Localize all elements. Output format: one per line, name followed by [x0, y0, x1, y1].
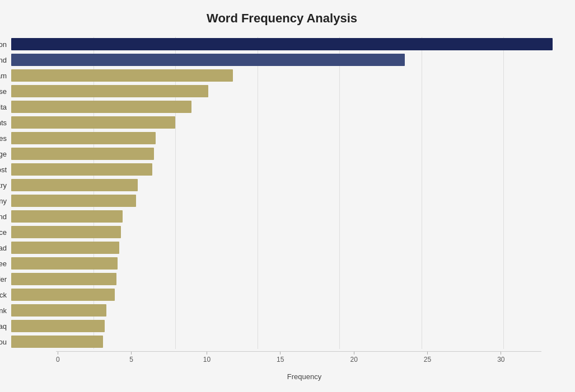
- bar-label: company: [0, 197, 7, 205]
- bar-fill: [11, 148, 154, 160]
- x-tick: 25: [424, 352, 431, 363]
- bar-fill: [11, 336, 103, 348]
- bar-label: nasdaq: [0, 322, 7, 330]
- bar-fill: [11, 304, 106, 317]
- bar-wrapper: [11, 163, 553, 176]
- bar-fill: [11, 101, 191, 113]
- bar-wrapper: [11, 38, 553, 50]
- bar-label: capita: [0, 103, 7, 111]
- bar-fill: [11, 163, 152, 176]
- bar-fill: [11, 226, 121, 238]
- x-tick: 15: [277, 352, 284, 363]
- chart-container: Word Frequency Analysis educationspendpr…: [0, 0, 575, 392]
- bar-label: education: [0, 40, 7, 49]
- bar-label: countries: [0, 134, 7, 143]
- bar-fill: [11, 116, 175, 129]
- bar-row: degree: [11, 256, 553, 271]
- bar-wrapper: [11, 85, 553, 97]
- bar-row: countries: [11, 131, 553, 145]
- bar-wrapper: [11, 336, 553, 348]
- x-tick-line: [354, 352, 354, 355]
- bar-row: science: [11, 225, 553, 239]
- bar-row: capita: [11, 100, 553, 114]
- bar-label: fund: [0, 212, 7, 221]
- x-tick-label: 25: [424, 356, 431, 363]
- bar-fill: [11, 132, 156, 144]
- bar-label: students: [0, 119, 7, 127]
- bar-row: fund: [11, 209, 553, 224]
- bar-row: spend: [11, 53, 553, 67]
- bar-label: degree: [0, 259, 7, 268]
- bar-label: cost: [0, 166, 7, 174]
- bar-row: country: [11, 178, 553, 192]
- bar-row: stock: [11, 287, 553, 302]
- bar-wrapper: [11, 116, 553, 129]
- x-tick-label: 10: [203, 356, 211, 363]
- bar-wrapper: [11, 69, 553, 82]
- bar-wrapper: [11, 54, 553, 66]
- x-tick-label: 20: [350, 356, 357, 363]
- bar-wrapper: [11, 101, 553, 113]
- x-axis: 051015202530: [56, 351, 541, 368]
- bar-row: program: [11, 68, 553, 83]
- bar-wrapper: [11, 257, 553, 270]
- bar-label: program: [0, 72, 7, 80]
- bar-fill: [11, 242, 119, 254]
- bar-fill: [11, 69, 233, 82]
- x-tick-label: 15: [277, 356, 284, 363]
- bar-fill: [11, 273, 116, 285]
- bar-wrapper: [11, 132, 553, 144]
- bar-wrapper: [11, 179, 553, 191]
- bar-row: nasdaq: [11, 319, 553, 333]
- x-ticks: 051015202530: [56, 352, 541, 363]
- bar-wrapper: [11, 273, 553, 285]
- x-tick-label: 30: [497, 356, 504, 363]
- bar-label: increase: [0, 87, 7, 96]
- bar-row: average: [11, 147, 553, 161]
- bar-fill: [11, 179, 138, 191]
- bar-label: twou: [0, 338, 7, 346]
- bar-wrapper: [11, 304, 553, 317]
- bar-label: offer: [0, 275, 7, 284]
- x-tick: 10: [203, 352, 211, 363]
- bar-row: education: [11, 37, 553, 51]
- bar-fill: [11, 85, 208, 97]
- x-axis-label: Frequency: [56, 372, 553, 381]
- x-tick: 20: [350, 352, 357, 363]
- bar-row: cost: [11, 162, 553, 177]
- x-tick-line: [207, 352, 207, 355]
- bar-wrapper: [11, 242, 553, 254]
- x-tick-line: [131, 352, 132, 355]
- bar-label: country: [0, 181, 7, 190]
- bar-label: stock: [0, 291, 7, 299]
- bar-label: rank: [0, 306, 7, 315]
- x-tick-label: 0: [56, 356, 60, 363]
- x-tick: 5: [129, 352, 133, 363]
- x-tick-line: [501, 352, 501, 355]
- bar-row: students: [11, 115, 553, 130]
- x-tick-line: [427, 352, 428, 355]
- x-tick-line: [280, 352, 281, 355]
- bar-label: read: [0, 244, 7, 252]
- bar-row: twou: [11, 334, 553, 349]
- chart-inner: educationspendprogramincreasecapitastude…: [11, 37, 553, 381]
- bar-label: science: [0, 228, 7, 237]
- bar-row: increase: [11, 84, 553, 98]
- bar-wrapper: [11, 226, 553, 238]
- bar-fill: [11, 54, 405, 66]
- bar-fill: [11, 210, 123, 223]
- bar-wrapper: [11, 148, 553, 160]
- bar-row: offer: [11, 272, 553, 286]
- bar-fill: [11, 38, 553, 50]
- bar-fill: [11, 195, 136, 207]
- bar-row: company: [11, 193, 553, 208]
- x-tick-line: [58, 352, 58, 355]
- x-tick: 30: [497, 352, 504, 363]
- chart-title: Word Frequency Analysis: [11, 11, 553, 26]
- bar-label: average: [0, 150, 7, 158]
- bar-wrapper: [11, 320, 553, 332]
- x-tick: 0: [56, 352, 60, 363]
- bar-row: rank: [11, 303, 553, 318]
- bar-wrapper: [11, 289, 553, 301]
- bar-wrapper: [11, 210, 553, 223]
